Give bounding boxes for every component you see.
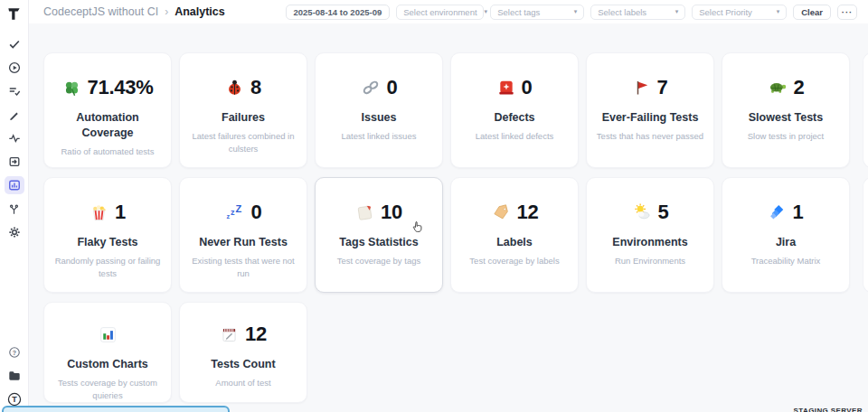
card-value-row: 10 [355,201,402,224]
breadcrumb: CodeceptJS without CI › Analytics [43,5,225,18]
sidebar-item-help[interactable]: ? [5,343,24,361]
card-value-row: 12 [491,201,539,224]
card-title: Automation Coverage [54,110,161,141]
sidebar-item-activity[interactable] [5,129,24,147]
card-value: 10 [381,201,402,224]
gear-icon [8,226,21,239]
priority-select[interactable]: Select Priority ▾ [692,5,787,20]
play-circle-icon [8,61,21,74]
sidebar-item-import[interactable] [5,153,24,171]
card-flaky-tests[interactable]: 1Flaky TestsRandomly passing or failing … [43,177,172,293]
card-custom-charts[interactable]: Custom ChartsTests coverage by custom qu… [43,302,172,403]
beacon-icon [497,79,515,97]
card-value-row: 12 [220,323,267,346]
card-value: 12 [517,201,539,224]
top-bar: CodeceptJS without CI › Analytics 2025-0… [29,0,868,23]
card-slowest-tests[interactable]: 2Slowest TestsSlow tests in project [722,52,850,168]
zzz-icon: zzZ [225,202,245,222]
link-icon [361,78,381,98]
card-value-row: 1 [769,201,804,224]
sidebar-item-runs[interactable] [5,59,24,77]
card-value-row: 0 [361,76,398,99]
card-never-run-tests[interactable]: zzZ0Never Run TestsExisting tests that w… [179,177,307,293]
card-issues[interactable]: 0IssuesLatest linked issues [315,52,443,168]
card-jira[interactable]: 1JiraTraceability Matrix [722,177,850,293]
tags-select[interactable]: Select tags ▾ [490,5,584,20]
staging-server-label: STAGING SERVER [794,407,863,412]
card-title: Flaky Tests [77,235,137,250]
analytics-chart-icon [8,179,21,192]
card-subtitle: Latest linked defects [476,130,554,143]
date-range-button[interactable]: 2025-08-14 to 2025-09 [286,5,391,20]
sidebar-item-test-plans[interactable] [5,82,24,100]
activity-icon [8,132,21,145]
card-ever-failing-tests[interactable]: 7Ever-Failing TestsTests that has never … [586,52,714,168]
avatar-icon: T [7,392,22,407]
sidebar-item-editor[interactable] [5,106,24,124]
card-title: Failures [222,110,265,126]
sidebar-item-projects[interactable] [5,367,24,385]
card-value: 5 [658,201,669,224]
card-subtitle: Latest linked issues [342,130,417,143]
page-title: Analytics [175,5,225,18]
branch-icon [8,203,20,215]
chevron-down-icon: ▾ [777,8,780,15]
card-title: Defects [494,110,534,126]
card-title: Tags Statistics [339,235,418,250]
sidebar-item-branches[interactable] [5,200,24,218]
popcorn-icon [90,203,108,222]
sidebar-item-settings[interactable] [5,223,24,241]
card-labels[interactable]: 12LabelsTest coverage by labels [450,177,579,293]
testomat-logo-icon[interactable] [5,5,24,23]
environment-select-placeholder: Select environment [403,7,476,17]
breadcrumb-separator-icon: › [165,5,168,18]
partial-card-row2 [863,177,868,293]
svg-text:z: z [230,208,234,217]
bottom-notification-bar [2,406,230,412]
label-tag-icon [491,202,511,222]
card-value-row: 8 [225,76,261,99]
clear-filters-button[interactable]: Clear [793,5,831,20]
breadcrumb-project[interactable]: CodeceptJS without CI [43,5,158,18]
card-subtitle: Test coverage by labels [469,255,559,267]
card-title: Labels [496,235,533,250]
card-value-row: 7 [633,76,668,99]
sidebar-item-analytics[interactable] [5,176,24,194]
bookmark-tabs-icon [355,203,374,222]
mouse-cursor-icon [410,220,425,238]
card-defects[interactable]: 0DefectsLatest linked defects [450,52,579,168]
card-tests-count[interactable]: 12Tests CountAmount of test [179,302,307,403]
analytics-widget-grid: 71.43%Automation CoverageRatio of automa… [43,52,850,412]
card-subtitle: Run Environments [615,255,685,267]
environment-select[interactable]: Select environment ▾ [396,5,484,20]
card-value-row: 1 [90,201,126,224]
card-value: 0 [387,76,398,99]
card-value: 12 [245,323,267,346]
card-automation-coverage[interactable]: 71.43%Automation CoverageRatio of automa… [43,52,172,168]
sidebar-item-tests[interactable] [5,35,24,53]
list-check-icon [8,85,21,98]
flag-icon [633,79,651,97]
card-subtitle: Ratio of automated tests [61,145,155,158]
card-title: Never Run Tests [199,235,288,250]
card-environments[interactable]: 5EnvironmentsRun Environments [586,177,714,293]
chevron-down-icon: ▾ [675,8,679,15]
card-value: 1 [115,201,126,224]
folder-icon [8,370,21,382]
import-box-icon [8,155,21,168]
check-icon [8,38,21,51]
labels-select[interactable]: Select labels ▾ [590,5,685,20]
card-failures[interactable]: 8FailuresLatest failures combined in cul… [179,52,307,168]
card-subtitle: Tests coverage by custom quieries [52,377,164,402]
turtle-icon [768,78,788,98]
card-title: Jira [776,235,796,250]
card-value-row: 0 [497,76,533,99]
more-options-button[interactable]: ··· [837,5,857,20]
card-subtitle: Existing tests that were not run [187,255,299,280]
card-subtitle: Tests that has never passed [597,130,703,143]
card-value: 0 [251,201,262,224]
chevron-down-icon: ▾ [574,8,578,15]
card-title: Ever-Failing Tests [602,110,699,126]
card-title: Slowest Tests [749,110,823,126]
pen-icon [8,109,20,121]
